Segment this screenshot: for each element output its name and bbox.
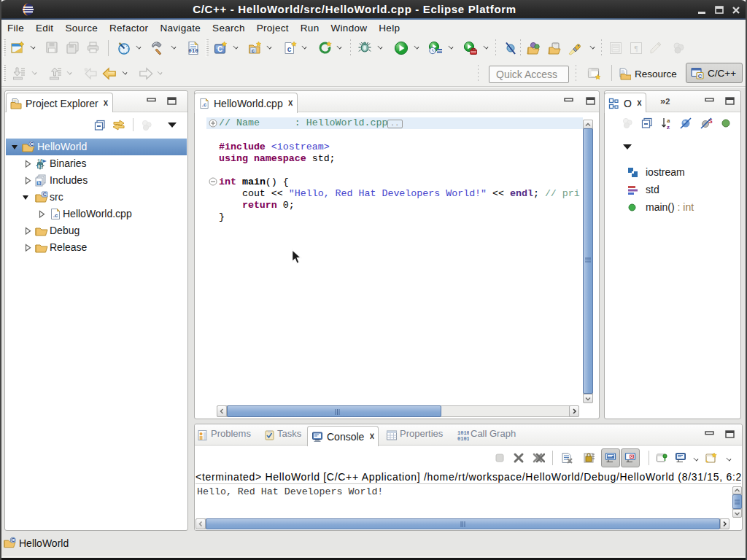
- svg-text:¶: ¶: [635, 44, 638, 52]
- svg-text:C: C: [11, 537, 15, 543]
- svg-text:.c: .c: [202, 101, 206, 108]
- svg-text:C: C: [698, 72, 703, 79]
- svg-text:z: z: [667, 123, 670, 130]
- svg-text:C: C: [43, 192, 47, 197]
- svg-text:c: c: [287, 45, 292, 53]
- svg-text:01: 01: [38, 164, 44, 169]
- svg-text:C: C: [217, 45, 222, 53]
- svg-text:c: c: [252, 47, 255, 54]
- svg-text:010: 010: [188, 48, 198, 54]
- svg-text:.c: .c: [53, 212, 58, 219]
- svg-text:0101: 0101: [457, 436, 469, 442]
- svg-text:C: C: [30, 141, 34, 147]
